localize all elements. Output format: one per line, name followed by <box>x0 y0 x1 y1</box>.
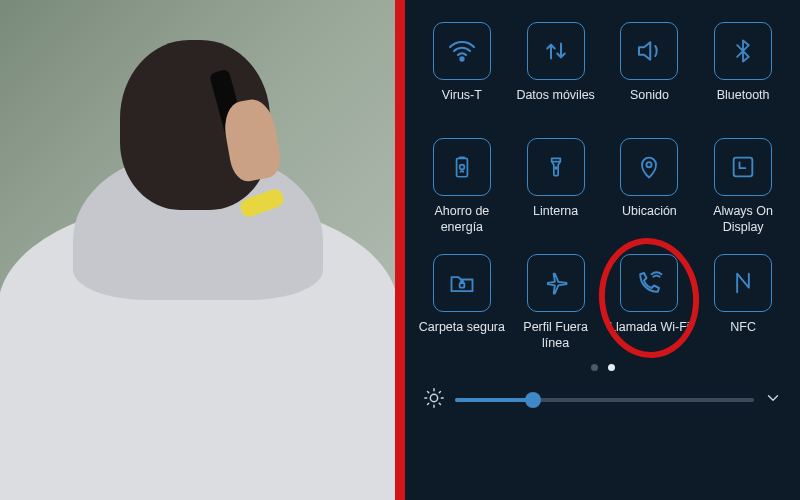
tile-label: NFC <box>730 320 756 352</box>
tile-flashlight[interactable]: Linterna <box>511 134 601 242</box>
location-pin-icon <box>620 138 678 196</box>
svg-point-4 <box>647 162 652 167</box>
airplane-icon <box>527 254 585 312</box>
tile-label: Carpeta segura <box>419 320 505 352</box>
tile-wifi[interactable]: Virus-T <box>417 18 507 126</box>
quick-settings-panel: Virus-T Datos móviles Sonido <box>405 0 800 500</box>
tile-label: Bluetooth <box>717 88 770 120</box>
person-silhouette <box>0 60 395 500</box>
secure-folder-icon <box>433 254 491 312</box>
tile-label: Perfil Fuera línea <box>511 320 601 352</box>
page-indicator <box>417 364 788 371</box>
svg-rect-1 <box>456 158 467 176</box>
tile-secure-folder[interactable]: Carpeta segura <box>417 250 507 358</box>
tile-label: Always On Display <box>698 204 788 236</box>
svg-point-7 <box>430 394 437 401</box>
page-dot-active[interactable] <box>608 364 615 371</box>
battery-saver-icon <box>433 138 491 196</box>
tile-location[interactable]: Ubicación <box>605 134 695 242</box>
tile-label: Sonido <box>630 88 669 120</box>
tile-sound[interactable]: Sonido <box>605 18 695 126</box>
tile-label: Llamada Wi-Fi <box>609 320 690 352</box>
tile-airplane-mode[interactable]: Perfil Fuera línea <box>511 250 601 358</box>
tile-label: Linterna <box>533 204 578 236</box>
svg-point-2 <box>459 165 464 170</box>
tile-wifi-calling[interactable]: Llamada Wi-Fi <box>605 250 695 358</box>
tile-always-on-display[interactable]: Always On Display <box>698 134 788 242</box>
vertical-divider <box>395 0 405 500</box>
tile-label: Datos móviles <box>516 88 595 120</box>
brightness-row <box>417 387 788 413</box>
wifi-call-icon <box>620 254 678 312</box>
tile-label: Ubicación <box>622 204 677 236</box>
tile-nfc[interactable]: NFC <box>698 250 788 358</box>
wifi-icon <box>433 22 491 80</box>
slider-chevron-icon[interactable] <box>764 389 782 411</box>
flashlight-icon <box>527 138 585 196</box>
svg-point-3 <box>555 167 557 169</box>
tile-mobile-data[interactable]: Datos móviles <box>511 18 601 126</box>
page-dot[interactable] <box>591 364 598 371</box>
brightness-icon <box>423 387 445 413</box>
nfc-icon <box>714 254 772 312</box>
data-arrows-icon <box>527 22 585 80</box>
brightness-slider[interactable] <box>455 390 754 410</box>
svg-rect-5 <box>734 158 753 177</box>
tile-bluetooth[interactable]: Bluetooth <box>698 18 788 126</box>
tile-label: Virus-T <box>442 88 482 120</box>
speaker-icon <box>620 22 678 80</box>
clock-box-icon <box>714 138 772 196</box>
tile-label: Ahorro de energía <box>417 204 507 236</box>
tiles-grid: Virus-T Datos móviles Sonido <box>417 18 788 358</box>
photo-panel <box>0 0 395 500</box>
bluetooth-icon <box>714 22 772 80</box>
svg-point-0 <box>460 57 463 60</box>
tile-battery-saver[interactable]: Ahorro de energía <box>417 134 507 242</box>
